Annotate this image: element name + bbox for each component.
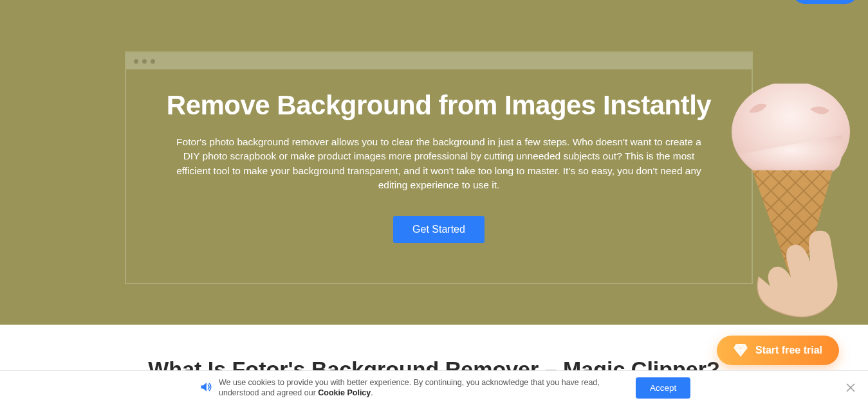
window-dot-icon [151,59,155,64]
close-icon[interactable] [846,383,856,393]
icecream-image [714,84,868,325]
cookie-text-suffix: . [371,388,373,397]
start-free-trial-button[interactable]: Start free trial [717,336,839,365]
hero-section: Remove Background from Images Instantly … [0,0,868,325]
get-started-button[interactable]: Get Started [393,216,485,243]
window-dot-icon [134,59,138,64]
browser-bar-decor [126,53,752,69]
diamond-icon [734,344,748,357]
cookie-banner: We use cookies to provide you with bette… [0,370,868,405]
window-dot-icon [142,59,147,64]
signup-button[interactable]: Sign Up [793,0,858,4]
cookie-policy-link[interactable]: Cookie Policy [318,388,371,397]
hero-content: Remove Background from Images Instantly … [125,90,753,243]
logo[interactable]: Fotor [10,0,55,2]
help-icon[interactable] [736,0,754,1]
globe-icon[interactable] [764,0,782,1]
header-actions: Sign Up [736,0,858,4]
cookie-text-prefix: We use cookies to provide you with bette… [219,378,600,397]
announcement-icon [199,381,212,396]
trial-label: Start free trial [755,345,822,356]
hero-description: Fotor's photo background remover allows … [172,135,706,193]
hero-title: Remove Background from Images Instantly [144,90,734,121]
cookie-text: We use cookies to provide you with bette… [219,378,624,398]
accept-button[interactable]: Accept [636,377,690,399]
page-header: Fotor Sign Up [0,0,868,8]
